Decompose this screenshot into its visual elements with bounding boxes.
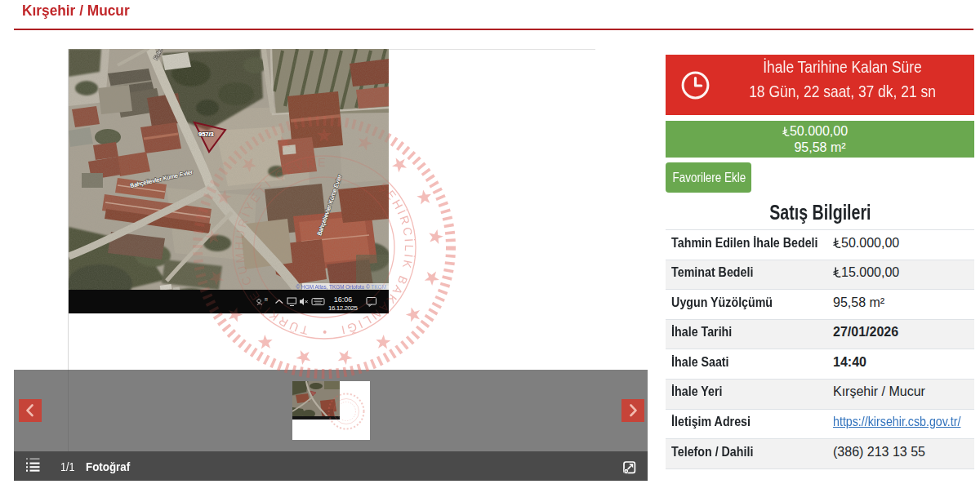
svg-text:R: R — [265, 297, 268, 302]
svg-text:957/3: 957/3 — [198, 131, 214, 138]
svg-text:© HGM Atlas, TKGM Ortofoto © T: © HGM Atlas, TKGM Ortofoto © TKGM — [296, 284, 386, 290]
svg-text:16:06: 16:06 — [334, 295, 353, 304]
svg-text:16.12.2025: 16.12.2025 — [328, 304, 359, 312]
